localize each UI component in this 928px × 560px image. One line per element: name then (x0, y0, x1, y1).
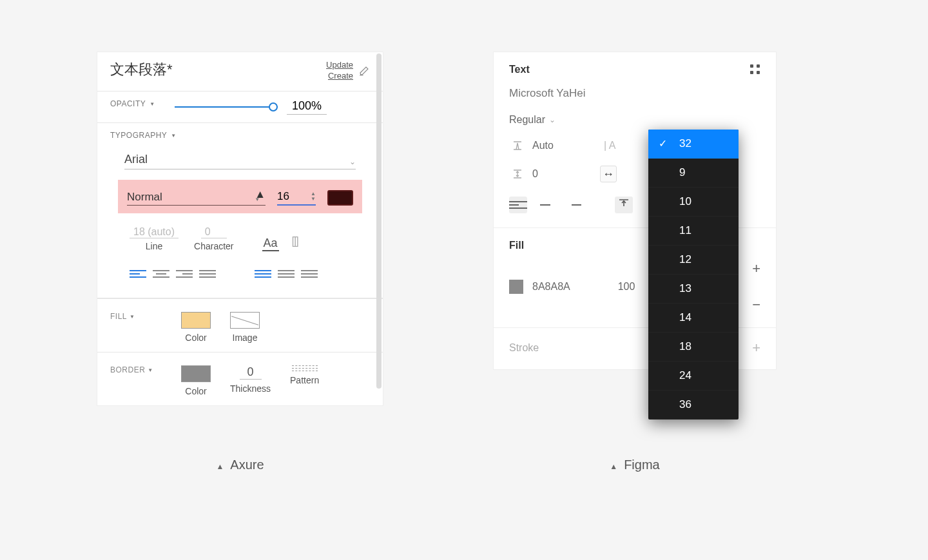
edit-icon[interactable] (358, 65, 370, 77)
fill-hex-value[interactable]: 8A8A8A (532, 281, 570, 293)
line-height-input[interactable]: 18 (auto) (130, 226, 179, 238)
add-stroke-button[interactable]: + (752, 340, 760, 356)
fill-section-label: Fill (509, 240, 524, 251)
text-valign-top-button[interactable] (615, 197, 633, 213)
style-picker-icon[interactable] (750, 64, 760, 75)
valign-bottom-button[interactable] (301, 268, 318, 280)
dropdown-item[interactable]: 11 (648, 217, 739, 246)
letter-spacing-icon: | A (604, 140, 615, 151)
add-fill-button[interactable]: + (752, 260, 760, 277)
valign-top-button[interactable] (255, 268, 271, 280)
dropdown-item[interactable]: 14 (648, 304, 739, 333)
figma-panel: Text Microsoft YaHei Regular ⌄ Auto | A (493, 52, 777, 370)
opacity-value[interactable]: 100% (287, 99, 327, 115)
dropdown-item[interactable]: 24 (648, 362, 739, 391)
font-family-select[interactable]: Microsoft YaHei (509, 87, 760, 100)
paragraph-spacing-value[interactable]: 0 (532, 168, 538, 180)
text-transform-icon[interactable] (289, 235, 304, 251)
dropdown-item[interactable]: 13 (648, 275, 739, 304)
dropdown-item-selected[interactable]: 32 (648, 130, 739, 159)
font-size-dropdown: 32 91011121314182436 (648, 130, 739, 420)
dropdown-item[interactable]: 10 (648, 188, 739, 217)
font-color-swatch[interactable] (327, 190, 353, 206)
fill-opacity-value[interactable]: 100 (618, 281, 635, 293)
auto-width-button[interactable]: ↔ (600, 166, 617, 182)
fill-section-label[interactable]: FILL▼ (110, 312, 162, 321)
chevron-down-icon: ⌄ (549, 115, 556, 124)
typography-label[interactable]: TYPOGRAPHY▼ (110, 131, 370, 140)
text-case-button[interactable]: Aa (262, 237, 279, 251)
font-style-row-highlighted: Normal ▲▼ 16 ▲▼ (118, 180, 362, 213)
h-align-group (130, 268, 216, 280)
opacity-label[interactable]: OPACITY▼ (110, 99, 155, 108)
border-section-label[interactable]: BORDER▼ (110, 365, 162, 374)
fill-color-swatch[interactable] (181, 312, 211, 329)
align-justify-button[interactable] (199, 268, 216, 280)
font-weight-select[interactable]: Regular (509, 114, 545, 126)
dropdown-item[interactable]: 12 (648, 246, 739, 275)
text-align-right-button[interactable] (563, 197, 581, 213)
opacity-slider[interactable] (175, 101, 278, 113)
v-align-group (255, 268, 318, 280)
valign-middle-button[interactable] (278, 268, 295, 280)
font-weight-select[interactable]: Normal ▲▼ (127, 191, 266, 206)
border-thickness-input[interactable]: 0 (240, 365, 262, 380)
scrollbar[interactable] (376, 53, 382, 389)
update-link[interactable]: Update (326, 60, 353, 70)
line-height-icon (509, 137, 526, 154)
align-center-button[interactable] (153, 268, 169, 280)
remove-fill-button[interactable]: − (752, 296, 760, 313)
align-left-button[interactable] (130, 268, 146, 280)
dropdown-item[interactable]: 18 (648, 333, 739, 362)
paragraph-spacing-icon (509, 166, 526, 182)
text-section-label: Text (509, 64, 530, 75)
stroke-section-label: Stroke (509, 342, 539, 354)
stepper-icon: ▲▼ (255, 192, 266, 202)
text-align-center-button[interactable] (536, 197, 554, 213)
font-family-select[interactable]: Arial ⌄ (124, 153, 356, 169)
dropdown-item[interactable]: 9 (648, 159, 739, 188)
align-right-button[interactable] (176, 268, 193, 280)
border-color-swatch[interactable] (181, 365, 211, 382)
caption-figma: ▲Figma (493, 458, 777, 472)
character-spacing-input[interactable]: 0 (201, 226, 227, 238)
axure-panel: 文本段落* Update Create OPACITY▼ 100% (97, 52, 383, 406)
line-height-value[interactable]: Auto (532, 140, 554, 151)
font-size-input[interactable]: 16 ▲▼ (277, 190, 316, 206)
chevron-down-icon: ⌄ (349, 157, 356, 166)
dropdown-item[interactable]: 36 (648, 391, 739, 420)
style-title: 文本段落* (110, 60, 173, 79)
fill-color-swatch[interactable] (509, 280, 523, 294)
caption-axure: ▲Axure (97, 458, 383, 472)
border-pattern-button[interactable] (292, 365, 318, 371)
text-align-left-button[interactable] (509, 197, 527, 213)
fill-image-swatch[interactable] (230, 312, 260, 329)
create-link[interactable]: Create (328, 71, 353, 81)
